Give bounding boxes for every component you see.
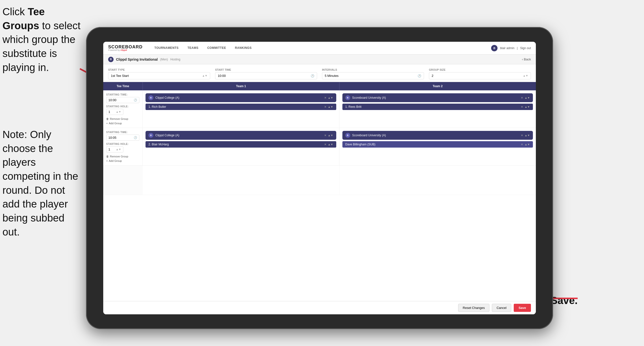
nav-right: B blair admin | Sign out — [491, 45, 531, 51]
expand-icon-4[interactable]: ▲▼ — [524, 134, 530, 137]
group2-left: STARTING TIME: 10:05 🕐 STARTING HOLE: 1 … — [103, 128, 142, 165]
intervals-input[interactable]: 5 Minutes 🕐 — [322, 72, 424, 79]
remove-group-button-1[interactable]: 🗑 Remove Group — [106, 117, 139, 120]
clock-icon-3: 🕐 — [134, 98, 137, 102]
group1-team1-actions[interactable]: ✕ ▲▼ — [324, 96, 333, 99]
expand-icon-1[interactable]: ▲▼ — [328, 96, 333, 99]
group2-team2-actions[interactable]: ✕ ▲▼ — [521, 134, 530, 137]
group2-team2-card[interactable]: B Scoreboard University (A) ✕ ▲▼ — [342, 131, 533, 140]
group1-team1-name: Clippd College (A) — [155, 96, 179, 99]
group-size-spinner: ▲▼ — [523, 74, 528, 77]
group1-team2-actions[interactable]: ✕ ▲▼ — [521, 96, 530, 99]
group1-team2-player1-actions[interactable]: ✕ ▲▼ — [521, 105, 530, 108]
hole-spinner-1: ▲▼ — [116, 110, 121, 113]
group2-team1-card[interactable]: B Clippd College (A) ✕ ▲▼ — [146, 131, 336, 140]
main-content: Start Type 1st Tee Start ▲▼ Start Time 1… — [103, 64, 536, 301]
logo: SCOREBOARD Powered by clippd — [108, 45, 142, 51]
navbar: SCOREBOARD Powered by clippd TOURNAMENTS… — [103, 42, 536, 54]
group2-hole-input[interactable]: 1 ▲▼ — [106, 146, 124, 152]
col-header-team2: Team 2 — [339, 82, 536, 90]
trash-icon-1: 🗑 — [106, 117, 109, 120]
expand-icon-3[interactable]: ▲▼ — [328, 134, 333, 137]
group1-team2-player1[interactable]: 1. Rees Britt ✕ ▲▼ — [342, 104, 533, 110]
logo-scoreboard: SCOREBOARD — [108, 45, 142, 49]
group1-team1-player1[interactable]: 1. Rich Butler ✕ ▲▼ — [146, 104, 336, 110]
group3-t1-partial — [142, 166, 340, 195]
sub-header-badge: B — [108, 57, 114, 62]
close-icon-p2[interactable]: ✕ — [521, 105, 523, 108]
group2-team2-sub-actions[interactable]: ✕ ▲▼ — [521, 143, 530, 146]
expand-icon-p3[interactable]: ▲▼ — [328, 143, 333, 146]
instruction-note: Note: Only choose the players competing … — [2, 128, 81, 239]
group1-team1-card[interactable]: B Clippd College (A) ✕ ▲▼ — [146, 93, 336, 102]
reset-changes-button[interactable]: Reset Changes — [458, 304, 490, 312]
close-icon-p1[interactable]: ✕ — [324, 105, 326, 108]
group1-time-input[interactable]: 10:00 🕐 — [106, 97, 139, 103]
group2-team1-badge: B — [148, 133, 154, 138]
group2-time-input[interactable]: 10:05 🕐 — [106, 135, 139, 141]
instruction-main: Click Tee Groups to select which group t… — [2, 5, 81, 74]
start-config: Start Type 1st Tee Start ▲▼ Start Time 1… — [103, 64, 536, 82]
group1-team2-name: Scoreboard University (A) — [352, 96, 386, 99]
group2-team1-player1-actions[interactable]: ✕ ▲▼ — [324, 143, 333, 146]
group1-team1-player1-actions[interactable]: ✕ ▲▼ — [324, 105, 333, 108]
group2-team2-player-sub[interactable]: Dave Billingham (SUB) ✕ ▲▼ — [342, 141, 533, 148]
plus-icon-1: + — [106, 122, 108, 125]
group2-team1-slot: B Clippd College (A) ✕ ▲▼ 2. Blair McHar… — [142, 128, 340, 165]
cancel-button[interactable]: Cancel — [492, 304, 511, 312]
expand-icon-2[interactable]: ▲▼ — [524, 96, 530, 99]
expand-icon-p4[interactable]: ▲▼ — [524, 143, 530, 146]
col-header-tee-time: Tee Time — [103, 82, 142, 90]
group1-hole-input[interactable]: 1 ▲▼ — [106, 109, 124, 115]
group2-team2-name: Scoreboard University (A) — [352, 134, 386, 137]
group-size-label: Group Size — [429, 68, 531, 71]
close-icon-p4[interactable]: ✕ — [521, 143, 523, 146]
clock-icon: 🕐 — [311, 74, 314, 78]
group2-team1-info: B Clippd College (A) — [148, 133, 179, 138]
nav-rankings[interactable]: RANKINGS — [230, 42, 256, 54]
groups-area: STARTING TIME: 10:00 🕐 STARTING HOLE: 1 … — [103, 90, 536, 195]
nav-teams[interactable]: TEAMS — [183, 42, 203, 54]
back-button[interactable]: ‹ Back — [522, 57, 531, 61]
tournament-title: Clippd Spring Invitational — [116, 57, 158, 61]
hosting-badge: Hosting — [170, 58, 180, 61]
table-row: STARTING TIME: 10:05 🕐 STARTING HOLE: 1 … — [103, 128, 536, 166]
trash-icon-2: 🗑 — [106, 155, 109, 158]
user-name: blair admin — [500, 46, 514, 50]
close-icon-1[interactable]: ✕ — [324, 96, 326, 99]
close-icon-3[interactable]: ✕ — [324, 134, 326, 137]
close-icon-p3[interactable]: ✕ — [324, 143, 326, 146]
expand-icon-p1[interactable]: ▲▼ — [328, 105, 333, 108]
nav-committee[interactable]: COMMITTEE — [203, 42, 230, 54]
group1-team2-slot: B Scoreboard University (A) ✕ ▲▼ 1. Rees… — [340, 90, 536, 128]
group-size-input[interactable]: 2 ▲▼ — [429, 72, 531, 79]
nav-links: TOURNAMENTS TEAMS COMMITTEE RANKINGS — [150, 42, 491, 54]
group3-teams-partial — [142, 166, 536, 195]
table-row: STARTING TIME: 10:00 🕐 STARTING HOLE: 1 … — [103, 90, 536, 128]
table-row — [103, 166, 536, 195]
close-icon-4[interactable]: ✕ — [521, 134, 523, 137]
add-group-button-1[interactable]: + Add Group — [106, 122, 139, 125]
save-button[interactable]: Save — [514, 304, 531, 312]
add-group-button-2[interactable]: + Add Group — [106, 159, 139, 162]
group2-team2-slot: B Scoreboard University (A) ✕ ▲▼ Dave Bi… — [340, 128, 536, 165]
expand-icon-p2[interactable]: ▲▼ — [524, 105, 530, 108]
group2-team1-actions[interactable]: ✕ ▲▼ — [324, 134, 333, 137]
gender-badge: (Men) — [160, 58, 168, 61]
start-time-input[interactable]: 10:00 🕐 — [215, 72, 317, 79]
group2-teams: B Clippd College (A) ✕ ▲▼ 2. Blair McHar… — [142, 128, 536, 165]
group1-team2-badge: B — [345, 95, 350, 100]
remove-group-button-2[interactable]: 🗑 Remove Group — [106, 155, 139, 158]
group1-team1-badge: B — [148, 95, 154, 100]
group1-left: STARTING TIME: 10:00 🕐 STARTING HOLE: 1 … — [103, 90, 142, 128]
start-type-input[interactable]: 1st Tee Start ▲▼ — [108, 72, 210, 79]
close-icon-2[interactable]: ✕ — [521, 96, 523, 99]
group2-team1-player1[interactable]: 2. Blair McHarg ✕ ▲▼ — [146, 141, 336, 148]
nav-separator: | — [517, 46, 518, 50]
sign-out-link[interactable]: Sign out — [520, 46, 531, 50]
logo-clippd: clippd — [120, 49, 127, 51]
config-intervals: Intervals 5 Minutes 🕐 — [322, 68, 424, 79]
group1-team2-card[interactable]: B Scoreboard University (A) ✕ ▲▼ — [342, 93, 533, 102]
nav-tournaments[interactable]: TOURNAMENTS — [150, 42, 183, 54]
config-group-size: Group Size 2 ▲▼ — [429, 68, 531, 79]
